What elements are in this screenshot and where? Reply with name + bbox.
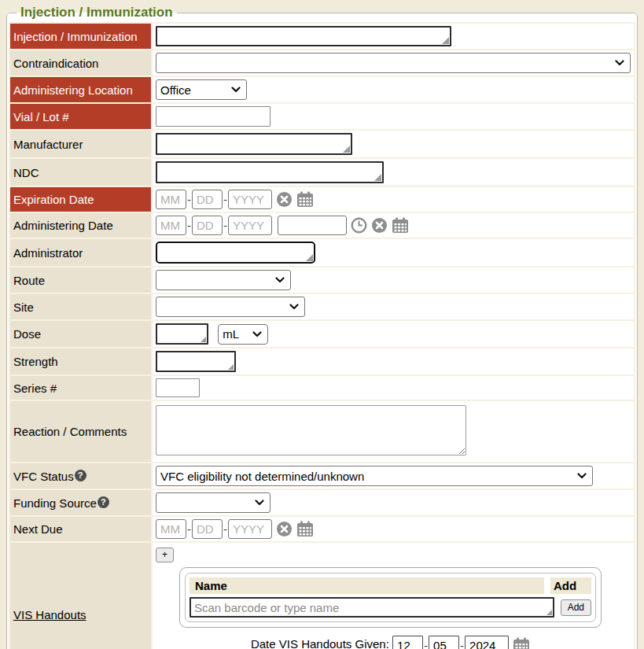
date-separator: - [223, 193, 227, 206]
row-next-due: Next Due -- [9, 516, 635, 542]
vis-date-year-input[interactable] [465, 636, 509, 649]
resize-grip-icon[interactable] [201, 337, 206, 342]
route-label: Route [9, 267, 152, 293]
dose-label: Dose [9, 320, 152, 348]
resize-grip-icon[interactable] [228, 364, 234, 370]
series-input[interactable] [156, 378, 200, 397]
strength-input[interactable] [156, 351, 236, 372]
site-label: Site [9, 293, 152, 320]
date-separator: - [223, 522, 227, 536]
date-separator: - [187, 193, 191, 206]
vial-lot-input[interactable] [156, 106, 270, 127]
calendar-icon[interactable] [296, 521, 314, 537]
resize-grip-icon[interactable] [546, 610, 552, 615]
vis-handouts-label-link[interactable]: VIS Handouts [13, 608, 86, 621]
dose-unit-select[interactable]: mL [218, 324, 268, 345]
ndc-input[interactable] [156, 161, 384, 183]
injection-form-table: Injection / Immunization Contraindicatio… [9, 22, 635, 649]
row-funding-source: Funding Source? [9, 489, 635, 516]
vis-handouts-box: Name Add Add [179, 567, 602, 649]
expiration-month-input[interactable] [156, 190, 186, 209]
vis-scan-input[interactable] [190, 597, 554, 618]
row-strength: Strength [9, 348, 635, 375]
chevron-down-icon [289, 304, 299, 310]
row-contraindication: Contraindication [9, 50, 635, 76]
row-administering-date: Administering Date -- [9, 212, 635, 238]
calendar-icon[interactable] [392, 217, 409, 234]
vis-add-row-button[interactable]: + [156, 548, 174, 562]
row-vis-handouts: VIS Handouts + Name Add [9, 542, 635, 649]
row-vial-lot: Vial / Lot # [9, 103, 635, 130]
expiration-date-label: Expiration Date [9, 186, 152, 212]
row-administrator: Administrator [9, 238, 635, 267]
administering-location-select[interactable]: Office [156, 79, 247, 100]
row-series: Series # [9, 375, 635, 400]
contraindication-select[interactable] [156, 53, 631, 73]
chevron-down-icon [577, 473, 587, 479]
vfc-status-label: VFC Status [13, 470, 74, 483]
help-icon[interactable]: ? [98, 496, 109, 508]
row-vfc-status: VFC Status? VFC eligibility not determin… [9, 463, 635, 489]
administering-day-input[interactable] [192, 216, 223, 235]
row-reaction: Reaction / Comments [9, 400, 635, 463]
funding-source-select[interactable] [156, 492, 270, 513]
administering-location-select-value: Office [160, 83, 191, 97]
row-route: Route [9, 267, 635, 293]
administering-year-input[interactable] [228, 216, 272, 235]
chevron-down-icon [252, 331, 262, 337]
vial-lot-label: Vial / Lot # [9, 103, 152, 130]
calendar-icon[interactable] [296, 191, 314, 208]
calendar-icon[interactable] [513, 637, 530, 649]
next-due-day-input[interactable] [192, 519, 223, 539]
injection-input[interactable] [156, 26, 451, 46]
date-separator: - [424, 639, 428, 649]
vis-name-header: Name [190, 577, 544, 594]
series-label: Series # [9, 375, 152, 400]
vis-date-month-input[interactable] [392, 636, 423, 649]
vfc-status-select[interactable]: VFC eligibility not determined/unknown [156, 466, 593, 486]
vfc-status-select-value: VFC eligibility not determined/unknown [160, 470, 364, 483]
route-select[interactable] [156, 270, 291, 290]
next-due-year-input[interactable] [228, 519, 272, 539]
chevron-down-icon [255, 500, 264, 506]
manufacturer-input[interactable] [156, 133, 352, 155]
expiration-day-input[interactable] [192, 190, 223, 209]
row-injection: Injection / Immunization [9, 23, 635, 50]
date-separator: - [187, 219, 191, 232]
administrator-label: Administrator [9, 238, 152, 267]
vis-date-day-input[interactable] [429, 636, 459, 649]
row-manufacturer: Manufacturer [9, 130, 635, 158]
expiration-year-input[interactable] [228, 190, 272, 209]
resize-grip-icon[interactable] [442, 37, 449, 44]
clear-date-icon[interactable] [276, 521, 293, 537]
resize-grip-icon[interactable] [306, 254, 313, 261]
row-expiration-date: Expiration Date -- [9, 186, 635, 212]
administering-location-label: Administering Location [9, 76, 152, 103]
date-separator: - [223, 219, 227, 232]
clear-date-icon[interactable] [276, 191, 293, 208]
row-administering-location: Administering Location Office [9, 76, 635, 103]
date-separator: - [187, 522, 191, 536]
resize-grip-icon[interactable] [374, 174, 381, 181]
resize-grip-icon[interactable] [343, 146, 350, 153]
site-select[interactable] [156, 297, 305, 317]
chevron-down-icon [231, 87, 241, 93]
vis-add-button[interactable]: Add [561, 599, 591, 616]
administrator-input[interactable] [156, 242, 315, 264]
row-ndc: NDC [9, 158, 635, 186]
clear-date-icon[interactable] [371, 217, 388, 234]
injection-label: Injection / Immunization [9, 23, 152, 50]
funding-source-label: Funding Source [13, 496, 97, 510]
reaction-comments-textarea[interactable] [156, 405, 466, 455]
clock-icon[interactable] [351, 217, 367, 234]
reaction-comments-label: Reaction / Comments [9, 400, 152, 463]
administering-month-input[interactable] [156, 216, 186, 235]
chevron-down-icon [615, 60, 624, 66]
form-title: Injection / Immunization [17, 5, 177, 20]
vis-date-given-label: Date VIS Handouts Given: [251, 637, 389, 649]
date-separator: - [460, 639, 464, 649]
help-icon[interactable]: ? [75, 470, 86, 481]
administering-time-input[interactable] [278, 216, 347, 235]
next-due-month-input[interactable] [156, 519, 186, 539]
strength-label: Strength [9, 348, 152, 375]
